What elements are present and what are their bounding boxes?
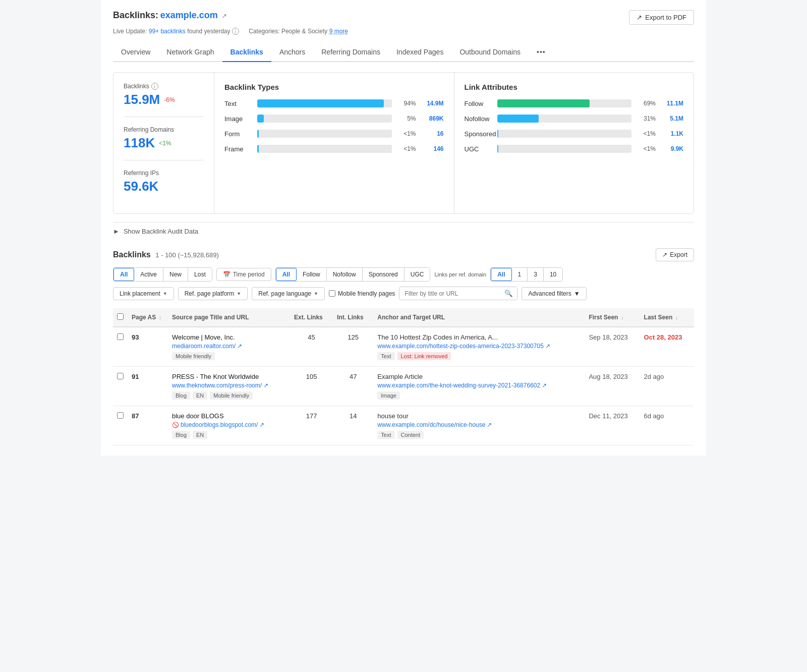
bar-label: Follow xyxy=(465,100,492,107)
referring-domains-value: 118K xyxy=(124,135,155,151)
bar-fill xyxy=(257,130,259,138)
source-title-url-header: Source page Title and URL xyxy=(168,308,290,327)
export-table-button[interactable]: ↗ Export xyxy=(656,248,694,261)
tab-overview[interactable]: Overview xyxy=(113,43,158,62)
bar-pct: <1% xyxy=(397,145,416,152)
stats-panel: Backlinks i 15.9M -6% Referring Domains … xyxy=(113,73,214,213)
source-title: blue door BLOGS xyxy=(172,412,286,420)
backlink-type-row: Frame <1% 146 xyxy=(224,145,444,153)
status-new-button[interactable]: New xyxy=(163,268,188,281)
int-links-cell: 125 xyxy=(333,327,373,367)
row-checkbox[interactable] xyxy=(117,412,124,419)
row-checkbox-cell[interactable] xyxy=(113,367,128,406)
source-tag: Blog xyxy=(172,431,190,439)
status-all-button[interactable]: All xyxy=(113,268,134,281)
source-url-link[interactable]: mediaroom.realtor.com/ ↗ xyxy=(172,343,286,350)
source-tags: BlogEN xyxy=(172,431,286,439)
anchor-tag: Lost: Link removed xyxy=(397,352,451,360)
links-per-3-button[interactable]: 3 xyxy=(528,268,544,281)
ref-page-language-dropdown[interactable]: Ref. page language ▼ xyxy=(252,287,325,300)
export-pdf-button[interactable]: ↗ Export to PDF xyxy=(629,10,694,25)
row-checkbox-cell[interactable] xyxy=(113,406,128,445)
source-url-link[interactable]: 🚫bluedoorblogs.blogspot.com/ ↗ xyxy=(172,421,286,428)
attr-follow-button[interactable]: Follow xyxy=(297,268,327,281)
backlink-type-row: Text 94% 14.9M xyxy=(224,99,444,107)
backlink-types-title: Backlink Types xyxy=(224,83,444,91)
last-seen-cell: 6d ago xyxy=(640,406,694,445)
row-checkbox[interactable] xyxy=(117,333,124,340)
anchor-title: The 10 Hottest Zip Codes in America, A..… xyxy=(377,333,581,341)
bar-track xyxy=(497,145,632,153)
link-attributes-title: Link Attributes xyxy=(465,83,684,91)
anchor-title: Example Article xyxy=(377,373,581,380)
attr-sponsored-button[interactable]: Sponsored xyxy=(363,268,405,281)
anchor-tags: TextContent xyxy=(377,431,581,439)
tab-more[interactable]: ••• xyxy=(529,43,554,62)
row-checkbox[interactable] xyxy=(117,373,124,379)
anchor-cell: The 10 Hottest Zip Codes in America, A..… xyxy=(373,327,585,367)
chevron-down-icon: ▼ xyxy=(237,291,241,296)
mobile-friendly-checkbox-label[interactable]: Mobile friendly pages xyxy=(329,290,395,297)
page-header: Backlinks: example.com ↗ ↗ Export to PDF xyxy=(113,10,694,25)
more-categories-link[interactable]: 9 more xyxy=(329,28,348,35)
source-url-link[interactable]: www.theknotww.com/press-room/ ↗ xyxy=(172,382,286,389)
sort-icon: ↕ xyxy=(621,315,624,320)
select-all-checkbox[interactable] xyxy=(117,313,124,320)
link-placement-dropdown[interactable]: Link placement ▼ xyxy=(113,287,174,300)
last-seen-header[interactable]: Last Seen ↕ xyxy=(640,308,694,327)
backlinks-link[interactable]: 99+ backlinks xyxy=(149,28,186,35)
attr-nofollow-button[interactable]: Nofollow xyxy=(327,268,363,281)
backlinks-info-icon[interactable]: i xyxy=(151,83,158,90)
mobile-friendly-checkbox[interactable] xyxy=(329,290,335,297)
bar-track xyxy=(497,99,632,107)
select-all-header[interactable] xyxy=(113,308,128,327)
title-url-filter: 🔍 xyxy=(399,287,517,300)
link-placement-label: Link placement xyxy=(120,290,160,297)
first-seen-header[interactable]: First Seen ↕ xyxy=(585,308,640,327)
filter-bar-1: All Active New Lost 📅 Time period All Fo… xyxy=(113,267,694,282)
time-period-button[interactable]: 📅 Time period xyxy=(216,268,271,281)
last-seen-cell: Oct 28, 2023 xyxy=(640,327,694,367)
tab-outbound-domains[interactable]: Outbound Domains xyxy=(451,43,529,62)
tab-network-graph[interactable]: Network Graph xyxy=(158,43,222,62)
advanced-filters-button[interactable]: Advanced filters ▼ xyxy=(522,287,586,300)
title-url-input[interactable] xyxy=(399,288,500,300)
links-per-10-button[interactable]: 10 xyxy=(544,268,562,281)
export-label: Export to PDF xyxy=(645,14,686,21)
external-icon: ↗ xyxy=(545,343,550,350)
source-cell: blue door BLOGS 🚫bluedoorblogs.blogspot.… xyxy=(168,406,290,445)
title-domain: example.com xyxy=(160,10,218,20)
audit-row[interactable]: ► Show Backlink Audit Data xyxy=(113,222,694,240)
tab-backlinks[interactable]: Backlinks xyxy=(222,43,271,62)
tab-anchors[interactable]: Anchors xyxy=(271,43,313,62)
tab-referring-domains[interactable]: Referring Domains xyxy=(313,43,388,62)
links-per-1-button[interactable]: 1 xyxy=(512,268,528,281)
external-link-icon[interactable]: ↗ xyxy=(221,12,227,20)
bar-count: 14.9M xyxy=(421,100,444,107)
page-as-header[interactable]: Page AS ↕ xyxy=(128,308,168,327)
search-button[interactable]: 🔍 xyxy=(500,287,517,300)
bar-label: Image xyxy=(224,115,252,123)
anchor-url-link[interactable]: www.example.com/the-knot-wedding-survey-… xyxy=(377,382,581,389)
anchor-url-link[interactable]: www.example.com/dc/house/nice-house ↗ xyxy=(377,421,581,428)
ref-page-platform-dropdown[interactable]: Ref. page platform ▼ xyxy=(178,287,248,300)
attr-all-button[interactable]: All xyxy=(276,268,297,281)
bar-count: 11.1M xyxy=(661,100,683,107)
bar-fill xyxy=(497,99,590,107)
chevron-down-icon: ▼ xyxy=(574,290,580,297)
info-icon[interactable]: i xyxy=(232,28,239,35)
row-checkbox-cell[interactable] xyxy=(113,327,128,367)
tab-indexed-pages[interactable]: Indexed Pages xyxy=(388,43,451,62)
link-attribute-row: Nofollow 31% 5.1M xyxy=(465,115,684,123)
attr-ugc-button[interactable]: UGC xyxy=(405,268,430,281)
status-lost-button[interactable]: Lost xyxy=(188,268,212,281)
chevron-down-icon: ▼ xyxy=(163,291,167,296)
links-per-all-button[interactable]: All xyxy=(491,268,511,281)
bar-count: 869K xyxy=(421,115,444,122)
anchor-url-link[interactable]: www.example.com/hottest-zip-codes-americ… xyxy=(377,343,581,350)
bar-pct: <1% xyxy=(637,130,656,137)
status-active-button[interactable]: Active xyxy=(134,268,163,281)
source-tag: Mobile friendly xyxy=(172,352,215,360)
bar-fill xyxy=(257,99,384,107)
source-tag: Blog xyxy=(172,391,190,400)
